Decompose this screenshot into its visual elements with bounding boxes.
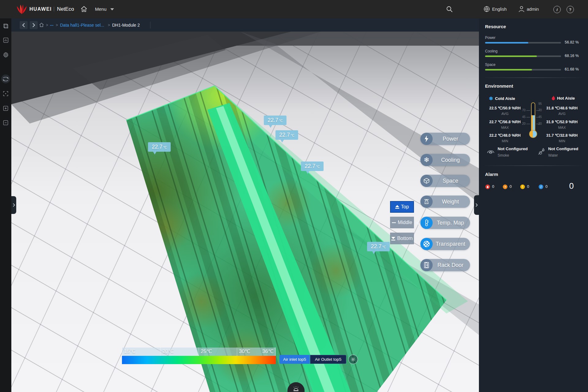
user-menu[interactable]: admin <box>518 6 539 12</box>
resource-progress-fill <box>485 55 537 57</box>
cold-aisle-header: ❄ Cold Aisle <box>489 96 515 101</box>
layer-middle-label: Middle <box>398 220 412 225</box>
temp-tooltip: 22.7 ℃ <box>148 142 171 152</box>
scale-label: 20℃ <box>162 348 174 354</box>
major-alarm-count: 0 <box>510 185 512 189</box>
power-view-button[interactable]: Power <box>420 133 470 145</box>
resource-row-label: Space <box>485 63 495 67</box>
menu-button[interactable]: Menu <box>95 6 107 12</box>
resource-row-value: 61.68 % <box>565 67 579 71</box>
min-label: MIN <box>485 139 525 143</box>
cold-avg-value: 22.5 ℃/50.9 %RH <box>485 106 525 110</box>
chevron-right-icon <box>13 203 15 207</box>
temp-value: 22.7 <box>305 163 315 169</box>
environment-section-title: Environment <box>485 83 513 89</box>
cold-max-value: 22.7 ℃/56.8 %RH <box>485 120 525 124</box>
hot-max-value: 31.9 ℃/52.9 %RH <box>542 120 582 124</box>
lightning-icon <box>420 133 433 145</box>
siren-icon <box>293 386 299 392</box>
minor-alarm-icon[interactable]: ! <box>520 185 525 189</box>
critical-alarm-icon[interactable] <box>485 185 490 189</box>
air-inlet-top5-button[interactable]: Air inlet top5 <box>279 355 310 364</box>
alarm-section-title: Alarm <box>485 172 498 177</box>
layer-bottom-label: Bottom <box>397 236 413 241</box>
forward-button[interactable] <box>30 21 38 29</box>
thermometer-tube <box>531 102 535 131</box>
breadcrumb-home-icon[interactable] <box>39 22 44 29</box>
svg-text:t: t <box>426 201 427 204</box>
water-status: Not Configured <box>548 147 578 151</box>
minor-alarm-count: 0 <box>527 185 529 189</box>
scale-label: 15℃ <box>124 348 135 354</box>
thermo-tick-mark <box>536 124 540 124</box>
snowflake-icon: ❄ <box>489 96 493 101</box>
view-button-label: Transparent <box>433 241 470 247</box>
brand-divider: | <box>53 6 55 12</box>
settings-gear-icon[interactable] <box>2 51 9 58</box>
breadcrumb-item-datahall[interactable]: Data hall1-Please sel... <box>60 23 104 28</box>
warning-alarm-icon[interactable]: i <box>539 185 543 189</box>
max-label: MAX <box>542 126 582 129</box>
eject-up-icon <box>395 205 399 209</box>
right-panel-collapse[interactable] <box>474 195 479 215</box>
section-divider <box>485 166 582 166</box>
breadcrumb-item-module: DH1-Module 2 <box>112 23 140 28</box>
3d-view-icon[interactable] <box>2 23 9 29</box>
layer-bottom-button[interactable]: Bottom <box>390 233 414 244</box>
layer-middle-button[interactable]: Middle <box>390 217 414 228</box>
layer-panel-connector-icon <box>416 221 419 225</box>
breadcrumb-ellipsis[interactable]: ... <box>50 22 54 27</box>
middle-icon <box>392 221 396 225</box>
layer-top-button[interactable]: Top <box>390 201 414 213</box>
cooling-view-button[interactable]: ❄ Cooling <box>420 154 470 166</box>
breadcrumb-divider <box>150 22 150 29</box>
help-icon[interactable]: ? <box>567 6 574 13</box>
door-icon <box>420 259 433 271</box>
space-view-button[interactable]: Space <box>420 175 470 187</box>
major-alarm-icon[interactable] <box>503 185 507 189</box>
language-switcher[interactable]: English <box>484 6 507 12</box>
scale-tick <box>275 348 275 356</box>
globe-icon <box>484 6 490 12</box>
back-button[interactable] <box>20 21 28 29</box>
box-icon <box>420 175 433 187</box>
left-panel-expander[interactable] <box>11 196 16 214</box>
scale-tick <box>160 348 161 356</box>
flame-icon <box>552 96 555 101</box>
statistics-icon[interactable] <box>2 37 9 43</box>
transparent-view-button[interactable]: Transparent <box>420 238 470 250</box>
temp-map-view-button[interactable]: Temp. Map <box>420 217 470 229</box>
scale-label: 25℃ <box>201 348 212 354</box>
weight-view-button[interactable]: t Weight <box>420 196 470 208</box>
home-icon[interactable] <box>80 6 88 14</box>
fullscreen-icon[interactable] <box>2 90 9 97</box>
resource-progress-track <box>485 69 561 70</box>
top-bar: HUAWEI | NetEco Menu English admin <box>0 0 588 18</box>
checkerboard-icon <box>420 238 433 250</box>
max-label: MAX <box>485 126 525 129</box>
zoom-out-icon[interactable] <box>2 120 9 126</box>
info-icon[interactable]: i <box>553 6 561 13</box>
smoke-status: Not Configured <box>498 147 528 151</box>
layer-top-label: Top <box>401 204 409 210</box>
thermometer-tick-95: 95 <box>538 102 542 105</box>
temp-tooltip: 22.7 ℃ <box>264 116 286 125</box>
temp-tooltip: 22.7 ℃ <box>301 162 324 171</box>
user-icon <box>518 6 525 12</box>
temp-tooltip: 22.7 ℃ <box>367 242 390 251</box>
total-alarm-count: 0 <box>564 181 579 191</box>
thermo-tick-mark <box>536 117 540 117</box>
snowflake-icon: ❄ <box>420 154 433 166</box>
search-icon[interactable] <box>446 6 453 14</box>
cold-aisle-label: Cold Aisle <box>495 96 515 101</box>
legend-settings-button[interactable] <box>348 355 358 364</box>
resource-progress-fill <box>485 69 532 70</box>
scale-label: 36℃ <box>262 348 274 354</box>
thermometer-bulb <box>529 130 537 138</box>
temp-unit: ℃ <box>316 165 320 169</box>
rack-door-view-button[interactable]: Rack Door <box>420 259 470 271</box>
zoom-in-icon[interactable] <box>2 105 9 112</box>
scale-label: 30℃ <box>239 348 250 354</box>
rotate-view-icon[interactable] <box>1 74 10 83</box>
air-outlet-top5-button[interactable]: Air Outlet top5 <box>310 355 346 364</box>
